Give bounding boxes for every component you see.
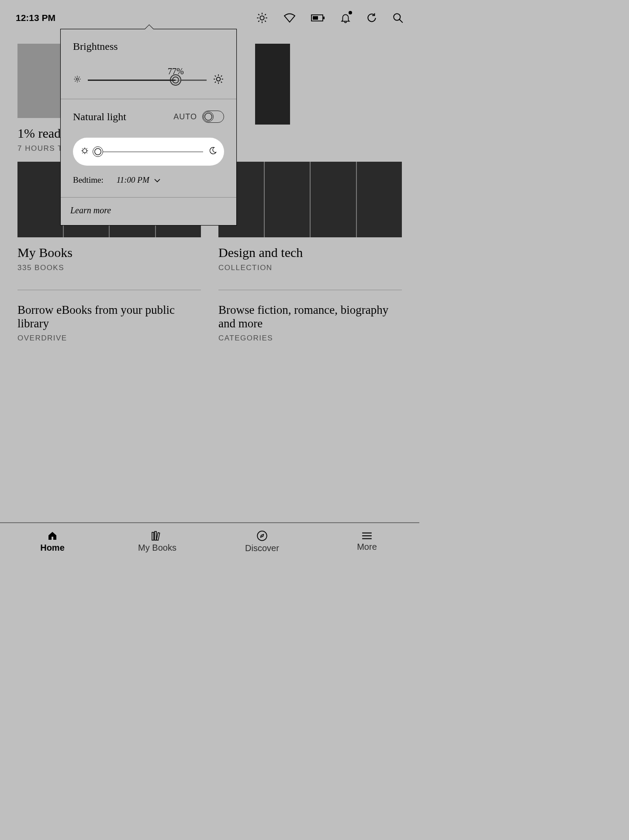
browse-sub: CATEGORIES: [218, 334, 402, 343]
svg-line-39: [221, 76, 222, 76]
natural-light-handle[interactable]: [93, 146, 103, 157]
nav-discover[interactable]: Discover: [210, 523, 314, 560]
nav-home[interactable]: Home: [0, 523, 105, 560]
svg-point-31: [217, 77, 221, 81]
borrow-sub: OVERDRIVE: [17, 334, 201, 343]
svg-rect-14: [152, 532, 154, 540]
svg-line-6: [265, 21, 266, 21]
bottom-nav: Home My Books Discover More: [0, 522, 419, 560]
svg-line-8: [265, 14, 266, 15]
mybooks-title: My Books: [17, 245, 201, 260]
svg-rect-11: [313, 16, 318, 20]
sun-small-icon: [73, 75, 82, 85]
nav-more[interactable]: More: [314, 523, 419, 560]
borrow-title[interactable]: Borrow eBooks from your public library: [17, 303, 201, 330]
bedtime-row[interactable]: Bedtime: 11:00 PM: [73, 175, 224, 185]
svg-line-7: [258, 21, 259, 21]
collection-sub: COLLECTION: [218, 264, 402, 272]
brightness-slider[interactable]: 77%: [73, 73, 224, 87]
natural-light-title: Natural light: [73, 111, 126, 123]
nav-home-label: Home: [40, 543, 65, 553]
svg-line-28: [79, 81, 80, 82]
wifi-icon[interactable]: [283, 13, 296, 23]
brightness-track[interactable]: 77%: [88, 80, 207, 81]
chevron-down-icon: [154, 175, 161, 185]
moon-icon: [208, 146, 217, 157]
brightness-popover: Brightness 77%: [60, 29, 237, 226]
status-icons: [256, 12, 404, 24]
browse-title[interactable]: Browse fiction, romance, biography and m…: [218, 303, 402, 330]
svg-line-36: [215, 76, 216, 76]
bell-icon[interactable]: [340, 12, 351, 24]
svg-marker-18: [261, 534, 264, 537]
nav-more-label: More: [357, 542, 377, 552]
svg-line-27: [75, 77, 76, 78]
search-icon[interactable]: [392, 12, 404, 24]
nav-discover-label: Discover: [245, 543, 279, 553]
nav-mybooks[interactable]: My Books: [105, 523, 210, 560]
svg-rect-16: [156, 532, 159, 540]
natural-light-slider[interactable]: [73, 138, 224, 166]
book-cover[interactable]: [255, 44, 290, 125]
svg-rect-10: [323, 17, 325, 19]
brightness-section: Brightness 77%: [61, 29, 236, 99]
bedtime-value[interactable]: 11:00 PM: [117, 175, 161, 185]
svg-point-17: [257, 531, 267, 541]
sync-icon[interactable]: [366, 12, 377, 24]
nav-mybooks-label: My Books: [138, 543, 176, 553]
bedtime-label: Bedtime:: [73, 175, 104, 185]
svg-line-29: [75, 81, 76, 82]
natural-light-section: Natural light AUTO: [61, 99, 236, 197]
svg-point-22: [76, 78, 79, 80]
collection-title: Design and tech: [218, 245, 402, 260]
sun-large-icon: [213, 73, 224, 87]
brightness-icon[interactable]: [256, 12, 268, 24]
svg-point-40: [83, 149, 86, 153]
svg-line-5: [258, 14, 259, 15]
svg-line-37: [221, 82, 222, 83]
sun-outline-icon: [80, 146, 90, 157]
clock-label: 12:13 PM: [16, 13, 55, 23]
bedtime-time-label: 11:00 PM: [117, 175, 149, 185]
brightness-title: Brightness: [73, 41, 224, 52]
collection-card[interactable]: Design and tech COLLECTION: [218, 162, 402, 272]
status-bar: 12:13 PM: [0, 0, 419, 31]
mybooks-count: 335 BOOKS: [17, 264, 201, 272]
battery-icon[interactable]: [311, 14, 325, 22]
learn-more-link[interactable]: Learn more: [61, 198, 236, 225]
svg-rect-15: [155, 531, 156, 540]
auto-label: AUTO: [173, 112, 197, 121]
natural-light-track[interactable]: [95, 152, 203, 152]
svg-line-13: [399, 19, 403, 23]
svg-point-12: [394, 14, 400, 20]
svg-point-0: [260, 16, 264, 20]
svg-line-30: [79, 77, 80, 78]
auto-toggle[interactable]: [202, 111, 224, 123]
svg-line-38: [215, 82, 216, 83]
